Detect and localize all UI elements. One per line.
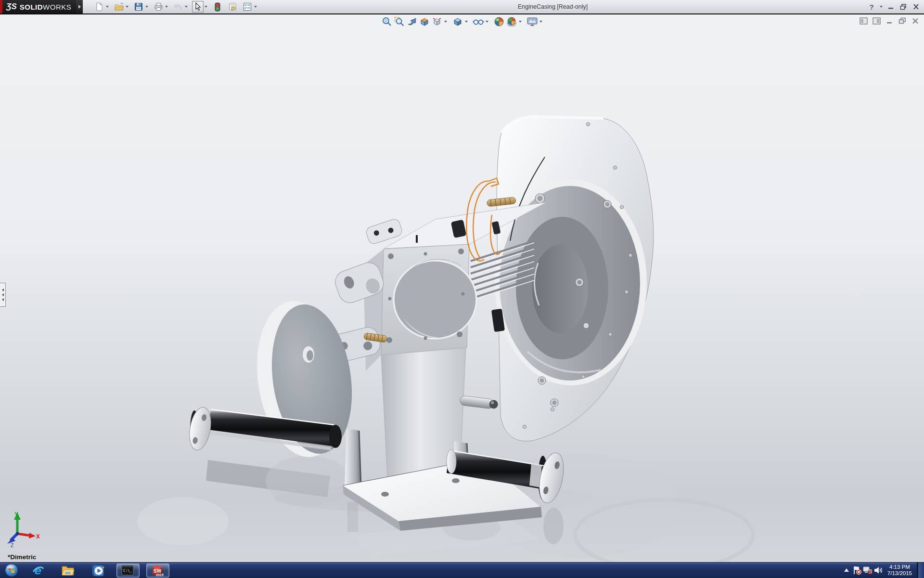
triad-z-label: Z xyxy=(11,543,13,547)
chevron-down-icon[interactable] xyxy=(144,1,149,13)
volume-icon[interactable] xyxy=(873,563,884,578)
hide-show-items-button[interactable] xyxy=(472,15,485,28)
select-cursor-icon xyxy=(194,2,202,11)
help-button[interactable]: ? xyxy=(866,1,877,12)
zoom-to-fit-button[interactable] xyxy=(381,15,393,28)
doc-close-button[interactable] xyxy=(911,16,920,25)
taskbar: e C:\_ SW xyxy=(0,562,924,578)
view-orientation-button[interactable] xyxy=(431,15,443,28)
chevron-down-icon[interactable] xyxy=(518,16,523,27)
start-button[interactable] xyxy=(0,563,23,578)
engine-casing-model[interactable] xyxy=(0,14,924,564)
new-button[interactable] xyxy=(93,1,105,13)
open-folder-icon xyxy=(115,2,124,11)
reference-triad: Y X Z xyxy=(6,511,39,547)
featuremanager-collapse-tab[interactable] xyxy=(0,283,6,307)
chevron-down-icon[interactable] xyxy=(164,1,169,13)
printer-icon xyxy=(154,2,163,11)
view-settings-button[interactable] xyxy=(526,15,539,28)
options-checklist-icon xyxy=(243,2,252,11)
undo-button[interactable] xyxy=(172,1,184,13)
display-style-button[interactable] xyxy=(451,15,464,28)
taskbar-item-media-player[interactable] xyxy=(83,563,113,578)
minimize-button[interactable] xyxy=(886,1,896,12)
headsup-view-toolbar xyxy=(381,15,543,28)
pane-left-icon xyxy=(860,17,868,25)
chevron-down-icon[interactable] xyxy=(485,16,489,27)
section-view-icon xyxy=(419,16,430,27)
section-view-button[interactable] xyxy=(418,15,431,28)
new-document-icon xyxy=(95,2,103,11)
system-tray: 4:13 PM 7/13/2015 xyxy=(841,563,924,578)
windows-start-icon xyxy=(4,563,19,578)
zoom-to-area-icon xyxy=(394,16,405,27)
previous-view-button[interactable] xyxy=(406,15,418,28)
clock-date: 7/13/2015 xyxy=(887,570,912,577)
show-hidden-icons-button[interactable] xyxy=(841,563,852,578)
apply-scene-button[interactable] xyxy=(505,15,518,28)
taskbar-item-windows-explorer[interactable] xyxy=(53,563,83,578)
select-button[interactable] xyxy=(192,1,204,13)
minimize-icon xyxy=(886,18,893,24)
chevron-down-icon[interactable] xyxy=(253,1,258,13)
edit-appearance-button[interactable] xyxy=(493,15,505,28)
chevron-down-icon[interactable] xyxy=(184,1,189,13)
support-post xyxy=(345,429,361,488)
chevron-down-icon[interactable] xyxy=(879,1,884,13)
chevron-down-icon[interactable] xyxy=(125,1,129,13)
open-button[interactable] xyxy=(113,1,125,13)
chevron-down-icon[interactable] xyxy=(443,16,448,27)
chevron-down-icon[interactable] xyxy=(105,1,110,13)
chevron-down-icon[interactable] xyxy=(204,1,208,13)
show-desktop-button[interactable] xyxy=(917,563,924,578)
doc-restore-button[interactable] xyxy=(898,16,907,25)
speaker-icon xyxy=(873,565,883,575)
apply-scene-icon xyxy=(506,16,517,27)
cmd-prompt-text: C:\_ xyxy=(123,568,132,573)
command-prompt-icon: C:\_ xyxy=(121,565,134,576)
taskbar-clock[interactable]: 4:13 PM 7/13/2015 xyxy=(887,564,912,577)
graphics-area[interactable]: Y X Z *Dimetric xyxy=(0,13,924,564)
dassault-3ds-icon: ƷS xyxy=(6,2,17,12)
network-disconnected-icon xyxy=(862,565,873,575)
close-icon xyxy=(913,4,919,10)
doc-minimize-button[interactable] xyxy=(885,16,894,25)
options-button[interactable] xyxy=(242,1,253,13)
svg-text:e: e xyxy=(34,565,42,577)
network-status-icon[interactable] xyxy=(862,563,873,578)
save-floppy-icon xyxy=(134,2,143,11)
document-window-controls xyxy=(859,16,920,25)
menu-expand-arrow[interactable] xyxy=(76,0,83,13)
taskbar-item-command-prompt[interactable]: C:\_ xyxy=(113,563,142,578)
save-button[interactable] xyxy=(133,1,144,13)
file-properties-button[interactable] xyxy=(227,1,238,13)
restore-icon xyxy=(898,17,906,24)
display-style-icon xyxy=(452,16,463,27)
main-toolbar xyxy=(93,0,261,13)
media-player-icon xyxy=(91,564,104,577)
close-icon xyxy=(912,18,919,24)
solidworks-2015-icon: SW 2015 xyxy=(151,564,164,577)
taskbar-item-internet-explorer[interactable]: e xyxy=(23,563,53,578)
previous-view-icon xyxy=(407,16,417,27)
clock-time: 4:13 PM xyxy=(887,564,912,570)
chevron-right-icon xyxy=(78,5,81,9)
pane-left-button[interactable] xyxy=(859,16,868,25)
print-button[interactable] xyxy=(153,1,164,13)
chevron-down-icon[interactable] xyxy=(464,16,469,27)
taskbar-item-solidworks[interactable]: SW 2015 xyxy=(142,563,172,578)
dowel-pin[interactable] xyxy=(460,395,499,409)
chevron-down-icon[interactable] xyxy=(539,16,543,27)
zoom-to-area-button[interactable] xyxy=(393,15,406,28)
action-center-icon[interactable] xyxy=(852,563,862,578)
zoom-to-fit-icon xyxy=(382,16,392,27)
shaft-flange xyxy=(187,406,214,452)
window-controls: ? xyxy=(866,1,921,13)
appearance-sphere-icon xyxy=(494,16,504,27)
close-button[interactable] xyxy=(911,1,921,12)
rebuild-button[interactable] xyxy=(212,1,223,13)
pane-right-button[interactable] xyxy=(872,16,881,25)
restore-button[interactable] xyxy=(898,1,909,12)
file-properties-icon xyxy=(228,2,237,11)
chevron-left-icon xyxy=(2,293,4,296)
